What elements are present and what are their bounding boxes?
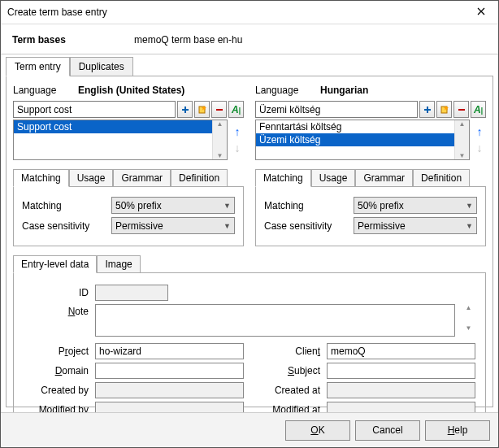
source-copy-term-button[interactable] (194, 101, 210, 118)
tab-image[interactable]: Image (97, 255, 140, 273)
source-term-input[interactable] (13, 101, 176, 118)
source-language-pane: Language English (United States) (13, 85, 244, 246)
wildcard-icon: A| (474, 104, 483, 115)
tab-term-entry[interactable]: Term entry (6, 57, 70, 76)
subject-input[interactable] (327, 363, 475, 379)
tab-entry-level-data[interactable]: Entry-level data (13, 255, 97, 273)
scrollbar[interactable]: ▲▼ (212, 120, 227, 159)
source-matching-panel: Matching 50% prefix ▼ Case sensitivity P… (13, 186, 244, 246)
chevron-down-icon: ▼ (223, 202, 231, 210)
titlebar: Create term base entry (1, 1, 498, 24)
tab-term-entry-panel: Language English (United States) (6, 76, 493, 407)
list-item[interactable]: Support cost (14, 120, 227, 133)
target-matching-label: Matching (264, 200, 354, 211)
target-add-term-button[interactable] (419, 101, 435, 118)
entry-level-data-panel: ID Note ▲▼ Project Domain (13, 272, 486, 433)
ok-button[interactable]: OK (285, 420, 350, 441)
target-terms-listbox[interactable]: Fenntartási költség Üzemi költség ▲▼ (255, 120, 470, 160)
target-wildcard-button[interactable]: A| (471, 101, 486, 118)
close-button[interactable] (464, 1, 498, 24)
target-matching-panel: Matching 50% prefix ▼ Case sensitivity P… (255, 186, 486, 246)
target-move-down-button[interactable]: ↓ (477, 142, 483, 154)
term-bases-label: Term bases (12, 34, 134, 46)
created-by-field (95, 382, 244, 398)
created-at-label: Created at (255, 385, 320, 396)
add-icon (180, 105, 190, 115)
target-tab-definition[interactable]: Definition (413, 169, 470, 187)
source-add-term-button[interactable] (177, 101, 193, 118)
source-tab-matching[interactable]: Matching (13, 169, 69, 187)
target-case-label: Case sensitivity (264, 220, 354, 232)
list-item[interactable]: Fenntartási költség (256, 120, 469, 133)
note-textarea[interactable] (95, 304, 455, 337)
target-tab-grammar[interactable]: Grammar (355, 169, 413, 187)
source-tab-grammar[interactable]: Grammar (113, 169, 171, 187)
client-label: Client (255, 346, 320, 357)
remove-icon (215, 105, 224, 115)
dialog-create-term-base-entry: Create term base entry Term bases memoQ … (0, 0, 499, 448)
domain-input[interactable] (95, 363, 244, 379)
target-language-label: Language (255, 85, 320, 96)
created-at-field (327, 382, 475, 398)
add-icon (423, 105, 432, 115)
help-button[interactable]: Help (425, 420, 490, 441)
scrollbar[interactable]: ▲▼ (462, 304, 475, 332)
target-language-pane: Language Hungarian (255, 85, 486, 246)
list-item[interactable]: Üzemi költség (256, 133, 469, 146)
target-matching-combo[interactable]: 50% prefix ▼ (354, 197, 477, 214)
source-terms-listbox[interactable]: Support cost ▲▼ (13, 120, 228, 160)
tab-duplicates[interactable]: Duplicates (70, 57, 133, 76)
target-remove-term-button[interactable] (453, 101, 469, 118)
target-case-combo[interactable]: Permissive ▼ (354, 217, 477, 234)
target-tab-matching[interactable]: Matching (255, 169, 311, 187)
close-icon (477, 7, 485, 18)
source-language-value: English (United States) (78, 85, 184, 96)
id-label: ID (24, 287, 89, 298)
source-wildcard-button[interactable]: A| (228, 101, 244, 118)
term-bases-header: Term bases memoQ term base en-hu (1, 24, 498, 54)
source-case-combo[interactable]: Permissive ▼ (111, 217, 235, 234)
domain-label: Domain (24, 365, 89, 376)
window-title: Create term base entry (7, 7, 464, 18)
note-label: Note (24, 304, 89, 317)
target-term-input[interactable] (255, 101, 418, 118)
source-tab-usage[interactable]: Usage (69, 169, 114, 187)
chevron-down-icon: ▼ (466, 202, 473, 210)
cancel-button[interactable]: Cancel (355, 420, 420, 441)
source-move-down-button[interactable]: ↓ (235, 142, 241, 154)
scrollbar[interactable]: ▲▼ (454, 120, 469, 159)
created-by-label: Created by (24, 385, 89, 396)
target-copy-term-button[interactable] (436, 101, 452, 118)
project-input[interactable] (95, 343, 244, 359)
source-case-label: Case sensitivity (22, 220, 111, 232)
source-matching-label: Matching (22, 200, 111, 211)
term-base-name: memoQ term base en-hu (134, 34, 242, 46)
client-input[interactable] (327, 343, 475, 359)
main-tabstrip: Term entry Duplicates (6, 56, 493, 76)
copy-star-icon (197, 105, 207, 115)
chevron-down-icon: ▼ (223, 222, 231, 230)
subject-label: Subject (255, 365, 320, 376)
target-tab-usage[interactable]: Usage (311, 169, 356, 187)
dialog-button-bar: OK Cancel Help (1, 412, 498, 447)
source-move-up-button[interactable]: ↑ (235, 126, 241, 137)
remove-icon (457, 105, 466, 115)
svg-rect-4 (458, 109, 465, 111)
target-move-up-button[interactable]: ↑ (477, 126, 483, 137)
source-tab-definition[interactable]: Definition (171, 169, 228, 187)
chevron-down-icon: ▼ (466, 222, 473, 230)
source-language-label: Language (13, 85, 78, 96)
wildcard-icon: A| (232, 104, 241, 115)
source-matching-combo[interactable]: 50% prefix ▼ (111, 197, 235, 214)
project-label: Project (24, 346, 89, 357)
id-field (95, 285, 168, 301)
svg-rect-2 (216, 109, 223, 111)
source-remove-term-button[interactable] (211, 101, 227, 118)
copy-star-icon (440, 105, 449, 115)
target-language-value: Hungarian (320, 85, 368, 96)
